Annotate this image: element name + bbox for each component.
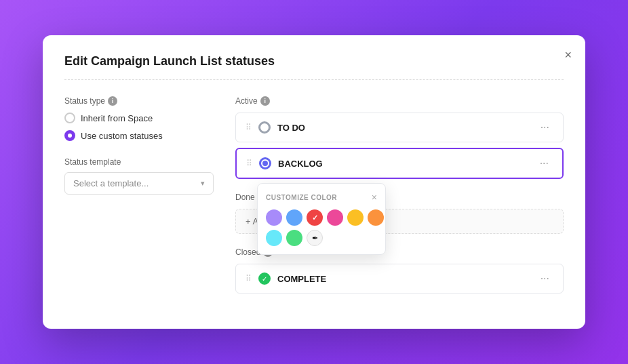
- eyedropper-icon: ✒: [312, 234, 318, 243]
- color-picker-header: CUSTOMIZE COLOR ×: [266, 192, 377, 203]
- chevron-down-icon: ▾: [201, 179, 205, 188]
- todo-more-button[interactable]: ···: [536, 120, 553, 135]
- left-panel: Status type i Inherit from Space Use cus…: [64, 96, 214, 307]
- color-swatch-blue[interactable]: [286, 209, 302, 226]
- complete-more-button[interactable]: ···: [536, 271, 553, 286]
- color-picker-popup: CUSTOMIZE COLOR ×: [257, 183, 386, 255]
- backlog-more-button[interactable]: ···: [536, 156, 553, 171]
- color-swatch-yellow[interactable]: [347, 209, 364, 226]
- color-swatch-green[interactable]: [286, 230, 302, 246]
- active-label: Active: [235, 96, 258, 106]
- status-type-label: Status type: [64, 96, 105, 106]
- status-type-info-icon: i: [108, 96, 117, 106]
- radio-inherit[interactable]: Inherit from Space: [64, 113, 214, 123]
- color-swatch-cyan[interactable]: [266, 230, 282, 246]
- radio-inherit-label: Inherit from Space: [81, 113, 153, 123]
- todo-drag-handle[interactable]: ⠿: [246, 123, 252, 132]
- radio-custom[interactable]: Use custom statuses: [64, 130, 214, 141]
- template-select-placeholder: Select a template...: [73, 178, 149, 188]
- backlog-status-dot[interactable]: [259, 157, 271, 169]
- color-swatches-row1: [266, 209, 377, 226]
- template-label: Status template: [64, 157, 214, 167]
- color-swatch-purple[interactable]: [266, 209, 282, 226]
- complete-drag-handle[interactable]: ⠿: [246, 274, 252, 283]
- color-picker-close-button[interactable]: ×: [372, 192, 377, 203]
- radio-custom-circle: [64, 130, 75, 141]
- right-panel: Active i ⠿ TO DO ··· ⠿ ···: [235, 96, 564, 307]
- done-label: Done: [235, 193, 255, 202]
- modal-title: Edit Campaign Launch List statuses: [64, 54, 564, 80]
- color-swatch-orange[interactable]: [368, 209, 384, 226]
- complete-status-name: COMPLETE: [277, 274, 536, 284]
- color-picker-title: CUSTOMIZE COLOR: [266, 194, 337, 201]
- close-button[interactable]: ×: [564, 49, 572, 61]
- backlog-status-input[interactable]: [278, 159, 536, 169]
- complete-check-icon: ✓: [262, 275, 267, 283]
- color-swatch-pink[interactable]: [327, 209, 343, 226]
- template-select-dropdown[interactable]: Select a template... ▾: [64, 172, 214, 195]
- todo-status-dot[interactable]: [258, 121, 271, 134]
- complete-status-dot[interactable]: ✓: [258, 272, 271, 285]
- backlog-drag-handle[interactable]: ⠿: [246, 159, 252, 168]
- radio-inherit-circle: [64, 113, 75, 123]
- todo-status-name: TO DO: [277, 123, 536, 133]
- eyedropper-button[interactable]: ✒: [307, 230, 323, 246]
- backlog-status-row: ⠿ ··· CUSTOMIZE COLOR ×: [235, 148, 564, 179]
- modal-body: Status type i Inherit from Space Use cus…: [64, 96, 564, 307]
- active-label-row: Active i: [235, 96, 564, 106]
- color-swatches-row2: ✒: [266, 230, 377, 246]
- todo-status-row: ⠿ TO DO ···: [235, 113, 564, 142]
- status-type-section: Status type i: [64, 96, 214, 106]
- radio-group: Inherit from Space Use custom statuses: [64, 113, 214, 141]
- edit-statuses-modal: Edit Campaign Launch List statuses × Sta…: [43, 35, 585, 329]
- color-swatch-red[interactable]: [307, 209, 323, 226]
- radio-custom-label: Use custom statuses: [81, 131, 163, 141]
- active-info-icon: i: [260, 96, 270, 106]
- complete-status-row: ⠿ ✓ COMPLETE ···: [235, 264, 564, 294]
- active-section: Active i ⠿ TO DO ··· ⠿ ···: [235, 96, 564, 179]
